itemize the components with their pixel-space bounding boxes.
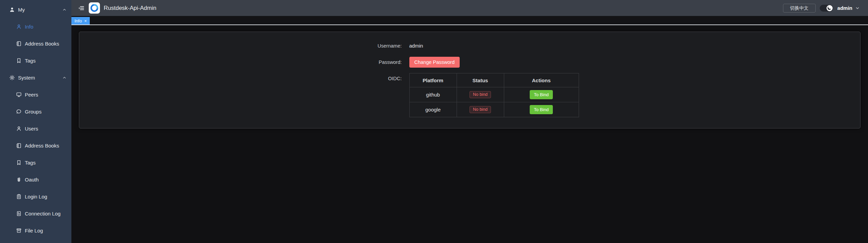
sidebar-item-label: Address Books	[25, 41, 59, 47]
sidebar-item-connection-log[interactable]: Connection Log	[0, 205, 71, 222]
status-cell: No bind	[457, 102, 504, 117]
sidebar-section-label: System	[18, 75, 35, 81]
username-value: admin	[409, 43, 423, 49]
sidebar-fold-icon[interactable]	[78, 5, 84, 11]
oidc-header-platform: Platform	[409, 73, 457, 87]
sidebar-item-label: Connection Log	[25, 211, 61, 216]
clipboard-icon	[16, 194, 22, 199]
sidebar-item-label: Users	[25, 126, 38, 132]
oidc-table-header-row: Platform Status Actions	[409, 73, 579, 87]
sidebar-item-peers[interactable]: Peers	[0, 86, 71, 103]
notebook-icon	[16, 143, 22, 149]
table-row: github No bind To Bind	[409, 87, 579, 102]
archive-icon	[16, 228, 22, 233]
notebook-icon	[16, 41, 22, 47]
bookmark-icon	[16, 160, 22, 166]
oidc-row: OIDC: Platform Status Actions gi	[361, 73, 579, 117]
document-icon	[16, 211, 22, 216]
oidc-table: Platform Status Actions github No bind	[409, 73, 579, 117]
sidebar-section-my[interactable]: My	[0, 1, 71, 18]
sidebar-item-info[interactable]: Info	[0, 18, 71, 35]
table-row: google No bind To Bind	[409, 102, 579, 117]
tab-info[interactable]: Info ×	[71, 17, 90, 24]
sidebar-item-label: Login Log	[25, 194, 47, 199]
info-panel: Username: admin Password: Change Passwor…	[79, 32, 861, 128]
platform-cell: google	[409, 102, 457, 117]
topbar-right: 切换中文 admin	[783, 4, 860, 13]
status-badge: No bind	[470, 106, 491, 114]
change-password-button[interactable]: Change Password	[409, 57, 460, 68]
sidebar-item-label: Peers	[25, 92, 38, 98]
dark-mode-toggle[interactable]	[820, 5, 833, 12]
sidebar-item-label: Oauth	[25, 177, 39, 183]
moon-icon	[827, 5, 832, 10]
sidebar-item-label: Groups	[25, 109, 41, 115]
sidebar-item-label: File Log	[25, 228, 43, 233]
platform-cell: github	[409, 87, 457, 102]
paperclip-icon	[16, 177, 22, 183]
sidebar-item-address-books[interactable]: Address Books	[0, 35, 71, 52]
toggle-knob	[827, 5, 833, 11]
sidebar-item-label: Info	[25, 24, 33, 30]
bookmark-icon	[16, 58, 22, 64]
to-bind-button[interactable]: To Bind	[530, 90, 552, 99]
sidebar-item-groups[interactable]: Groups	[0, 103, 71, 120]
user-icon	[9, 7, 15, 13]
topbar: Rustdesk-Api-Admin 切换中文 admin	[71, 0, 868, 16]
chevron-down-icon	[855, 6, 860, 11]
sidebar-item-oauth[interactable]: Oauth	[0, 171, 71, 188]
username-row: Username: admin	[361, 40, 579, 51]
sidebar-section-label: My	[18, 7, 25, 13]
password-row: Password: Change Password	[361, 57, 579, 68]
chevron-up-icon	[62, 75, 67, 80]
status-badge: No bind	[470, 91, 491, 99]
status-cell: No bind	[457, 87, 504, 102]
sidebar-item-label: Tags	[25, 58, 36, 64]
actions-cell: To Bind	[504, 102, 579, 117]
sidebar-item-label: Tags	[25, 160, 36, 166]
oidc-label: OIDC:	[361, 73, 402, 117]
chevron-up-icon	[62, 7, 67, 12]
sidebar-item-label: Address Books	[25, 143, 59, 149]
user-menu[interactable]: admin	[837, 5, 860, 11]
user-icon	[16, 126, 22, 132]
sidebar-item-address-books-system[interactable]: Address Books	[0, 137, 71, 154]
rustdesk-logo-icon	[89, 2, 100, 14]
gear-icon	[9, 75, 15, 81]
sidebar-item-file-log[interactable]: File Log	[0, 222, 71, 239]
info-form: Username: admin Password: Change Passwor…	[361, 32, 579, 128]
oidc-header-status: Status	[457, 73, 504, 87]
username-display: admin	[837, 5, 852, 11]
sidebar-item-tags-system[interactable]: Tags	[0, 154, 71, 171]
tab-label: Info	[74, 18, 82, 23]
password-label: Password:	[361, 57, 402, 68]
user-icon	[16, 24, 22, 30]
switch-language-button[interactable]: 切换中文	[783, 4, 816, 13]
app-title: Rustdesk-Api-Admin	[104, 5, 156, 12]
to-bind-button[interactable]: To Bind	[530, 105, 552, 114]
username-label: Username:	[361, 40, 402, 51]
sidebar-item-tags[interactable]: Tags	[0, 52, 71, 69]
sidebar-section-system[interactable]: System	[0, 69, 71, 86]
sidebar: My Info Address Books Tags System	[0, 0, 71, 243]
main-content: Username: admin Password: Change Passwor…	[71, 26, 868, 243]
sidebar-item-users[interactable]: Users	[0, 120, 71, 137]
oidc-header-actions: Actions	[504, 73, 579, 87]
monitor-icon	[16, 92, 22, 98]
tab-bar: Info ×	[71, 16, 868, 25]
chat-icon	[16, 109, 22, 115]
close-icon[interactable]: ×	[84, 19, 87, 23]
sidebar-item-login-log[interactable]: Login Log	[0, 188, 71, 205]
actions-cell: To Bind	[504, 87, 579, 102]
